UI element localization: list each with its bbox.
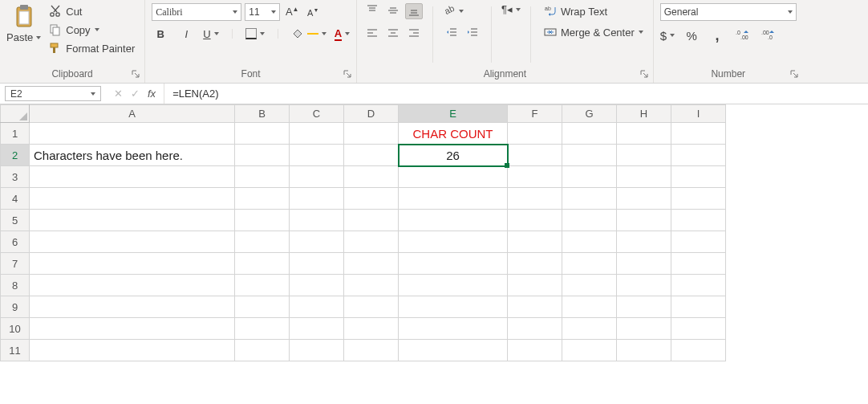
increase-indent-button[interactable]: [464, 25, 481, 41]
dialog-launcher-icon[interactable]: [639, 68, 650, 80]
cell[interactable]: [235, 123, 290, 145]
format-painter-button[interactable]: Format Painter: [46, 40, 138, 56]
cell[interactable]: [344, 231, 399, 253]
cancel-formula-button[interactable]: ✕: [114, 88, 123, 100]
cell[interactable]: [290, 340, 344, 361]
cell[interactable]: [671, 296, 726, 318]
cell[interactable]: [30, 166, 235, 188]
row-header[interactable]: 2: [1, 145, 30, 166]
cell[interactable]: [290, 275, 344, 296]
cell[interactable]: [508, 231, 562, 253]
bold-button[interactable]: B: [152, 26, 169, 42]
cell[interactable]: [235, 166, 290, 188]
cell[interactable]: [235, 253, 290, 275]
cell[interactable]: [235, 275, 290, 296]
cell[interactable]: [562, 123, 617, 145]
cell[interactable]: [617, 188, 671, 210]
cell[interactable]: [399, 253, 508, 275]
cell[interactable]: [508, 318, 562, 340]
cell[interactable]: [30, 231, 235, 253]
select-all-corner[interactable]: [1, 105, 30, 123]
cell[interactable]: [617, 210, 671, 231]
cell[interactable]: [399, 275, 508, 296]
cell[interactable]: [671, 166, 726, 188]
cell[interactable]: [235, 296, 290, 318]
comma-format-button[interactable]: ,: [708, 27, 726, 43]
cell[interactable]: [30, 296, 235, 318]
cell[interactable]: [562, 188, 617, 210]
cell[interactable]: [399, 188, 508, 210]
row-header[interactable]: 8: [1, 275, 30, 296]
cell[interactable]: [290, 253, 344, 275]
cell[interactable]: [290, 296, 344, 318]
cell[interactable]: [508, 123, 562, 145]
decrease-indent-button[interactable]: [443, 25, 460, 41]
align-center-button[interactable]: [384, 26, 402, 42]
cell[interactable]: [344, 253, 399, 275]
cell[interactable]: [562, 253, 617, 275]
cell[interactable]: [344, 318, 399, 340]
cell[interactable]: [344, 166, 399, 188]
cell[interactable]: [508, 166, 562, 188]
column-header[interactable]: H: [617, 105, 671, 123]
cell[interactable]: [344, 340, 399, 361]
insert-function-button[interactable]: fx: [148, 88, 156, 100]
align-middle-button[interactable]: [384, 3, 402, 19]
cell[interactable]: [671, 210, 726, 231]
column-header[interactable]: I: [671, 105, 726, 123]
cell[interactable]: [399, 296, 508, 318]
cell[interactable]: [30, 123, 235, 145]
cell[interactable]: [562, 275, 617, 296]
cell[interactable]: [30, 318, 235, 340]
cell[interactable]: [617, 318, 671, 340]
cell[interactable]: [671, 145, 726, 166]
cell[interactable]: [617, 123, 671, 145]
row-header[interactable]: 1: [1, 123, 30, 145]
dialog-launcher-icon[interactable]: [789, 68, 800, 80]
cell[interactable]: [344, 210, 399, 231]
merge-center-button[interactable]: Merge & Center: [541, 24, 647, 40]
align-bottom-button[interactable]: [405, 3, 423, 19]
cell[interactable]: [235, 210, 290, 231]
row-header[interactable]: 3: [1, 166, 30, 188]
cell[interactable]: [562, 210, 617, 231]
cell[interactable]: [344, 296, 399, 318]
column-header[interactable]: C: [290, 105, 344, 123]
orientation-button[interactable]: ab: [443, 3, 481, 18]
cell[interactable]: [617, 231, 671, 253]
cell[interactable]: [508, 210, 562, 231]
cell[interactable]: [399, 210, 508, 231]
decrease-decimal-button[interactable]: .00.0: [760, 27, 777, 43]
row-header[interactable]: 6: [1, 231, 30, 253]
cell[interactable]: [617, 275, 671, 296]
fill-color-button[interactable]: [291, 27, 327, 42]
cut-button[interactable]: Cut: [46, 3, 138, 19]
paste-button[interactable]: Paste: [6, 3, 41, 43]
cell[interactable]: [508, 340, 562, 361]
cell[interactable]: [344, 275, 399, 296]
cell[interactable]: [508, 275, 562, 296]
name-box[interactable]: E2: [5, 86, 101, 101]
cell-E2-selected[interactable]: 26: [399, 145, 508, 166]
cell[interactable]: [290, 318, 344, 340]
fill-handle[interactable]: [505, 163, 509, 168]
accounting-format-button[interactable]: $: [660, 29, 675, 43]
cell[interactable]: [562, 318, 617, 340]
font-size-combo[interactable]: 11: [245, 3, 280, 21]
cell[interactable]: [30, 275, 235, 296]
cell[interactable]: [617, 145, 671, 166]
cell[interactable]: [30, 340, 235, 361]
cell[interactable]: [562, 340, 617, 361]
text-direction-button[interactable]: ¶◂: [501, 3, 521, 15]
cell[interactable]: [562, 145, 617, 166]
column-header[interactable]: A: [30, 105, 235, 123]
copy-button[interactable]: Copy: [46, 22, 138, 38]
enter-formula-button[interactable]: ✓: [131, 88, 140, 100]
cell[interactable]: [399, 340, 508, 361]
cell[interactable]: [671, 275, 726, 296]
cell[interactable]: [290, 166, 344, 188]
cell[interactable]: [235, 145, 290, 166]
cell[interactable]: [290, 231, 344, 253]
increase-decimal-button[interactable]: .0.00: [734, 27, 752, 43]
cell[interactable]: [508, 296, 562, 318]
